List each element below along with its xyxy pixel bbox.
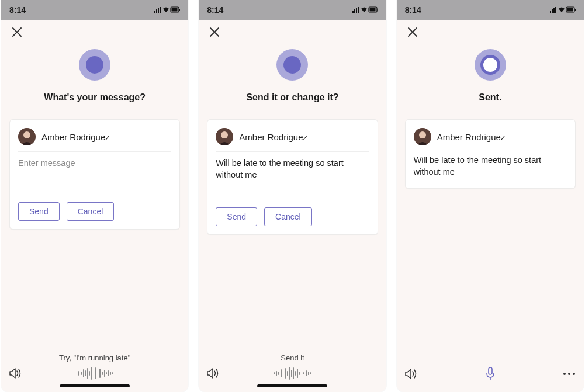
recipient-row: Amber Rodriguez [18, 128, 171, 152]
svg-point-17 [221, 131, 228, 138]
mic-icon [485, 367, 496, 381]
status-bar: 8:14 [199, 0, 386, 20]
recipient-name: Amber Rodriguez [437, 132, 506, 142]
svg-rect-5 [172, 8, 178, 12]
svg-rect-12 [358, 7, 359, 13]
avatar [414, 128, 431, 145]
message-body: Will be late to the meeting so start wit… [414, 149, 567, 178]
signal-wifi-battery-icon [352, 6, 378, 14]
voice-waveform[interactable] [25, 366, 165, 381]
svg-rect-10 [354, 9, 355, 13]
footer-row [9, 366, 180, 381]
signal-wifi-battery-icon [154, 6, 180, 14]
cortana-orb-area [199, 49, 386, 81]
close-button[interactable] [208, 26, 221, 39]
voice-waveform[interactable] [222, 366, 362, 381]
header [199, 20, 386, 46]
cortana-orb [79, 49, 110, 81]
message-card: Amber Rodriguez Enter message Send Cance… [9, 119, 180, 230]
svg-point-31 [573, 373, 575, 375]
home-indicator[interactable] [60, 384, 130, 387]
cortana-orb [276, 49, 308, 81]
status-time: 8:14 [207, 5, 223, 15]
status-icons [352, 6, 378, 14]
prompt-text: Send it or change it? [199, 92, 386, 103]
cortana-orb [475, 49, 506, 81]
status-time: 8:14 [9, 5, 26, 15]
more-icon [563, 372, 576, 376]
svg-rect-21 [555, 7, 556, 13]
phone-screen-3: 8:14 Sent. Amber Rodriguez Will be late … [397, 0, 584, 392]
svg-rect-23 [567, 8, 573, 12]
send-button[interactable]: Send [18, 202, 60, 221]
cortana-core-icon [283, 56, 301, 74]
avatar [18, 128, 36, 145]
footer: Send it [199, 348, 386, 392]
cortana-orb-area [1, 49, 188, 81]
message-card: Amber Rodriguez Will be late to the meet… [207, 119, 378, 235]
svg-rect-15 [377, 9, 378, 11]
signal-wifi-battery-icon [550, 6, 576, 14]
close-icon [209, 27, 220, 37]
phone-screen-1: 8:14 What's your message? Amber Rodrigue… [1, 0, 188, 392]
svg-rect-2 [158, 8, 159, 13]
mic-button[interactable] [420, 367, 560, 381]
svg-rect-0 [154, 11, 155, 13]
close-button[interactable] [11, 26, 23, 39]
prompt-text: Sent. [397, 92, 584, 103]
message-input[interactable]: Enter message [18, 152, 171, 175]
status-icons [550, 6, 576, 14]
svg-rect-9 [352, 11, 354, 13]
status-bar: 8:14 [397, 0, 584, 20]
prompt-text: What's your message? [1, 92, 188, 103]
close-button[interactable] [406, 26, 419, 39]
svg-rect-3 [160, 7, 161, 13]
status-icons [154, 6, 180, 14]
svg-rect-19 [552, 9, 553, 13]
cortana-core-icon [480, 55, 500, 75]
footer-row [207, 366, 378, 381]
avatar-icon [18, 128, 36, 145]
footer-hint: Send it [281, 353, 304, 362]
avatar-icon [414, 128, 431, 145]
phone-screen-2: 8:14 Send it or change it? Amber Rodrigu… [199, 0, 386, 392]
more-button[interactable] [560, 372, 576, 376]
svg-point-30 [568, 373, 570, 375]
close-icon [407, 27, 418, 37]
recipient-row: Amber Rodriguez [216, 128, 369, 152]
footer: Try, "I'm running late" [1, 348, 188, 392]
svg-rect-24 [574, 9, 576, 11]
header [397, 20, 584, 46]
message-card: Amber Rodriguez Will be late to the meet… [405, 119, 576, 189]
close-icon [12, 27, 22, 37]
cortana-core-icon [86, 56, 103, 74]
speaker-button[interactable] [405, 368, 420, 380]
speaker-icon [207, 367, 220, 379]
footer [397, 349, 584, 392]
svg-rect-1 [156, 9, 157, 13]
footer-hint: Try, "I'm running late" [59, 353, 130, 362]
cancel-button[interactable]: Cancel [264, 207, 312, 226]
footer-row [405, 367, 576, 381]
cortana-orb-area [397, 49, 584, 81]
button-row: Send Cancel [18, 202, 171, 221]
speaker-icon [405, 368, 418, 380]
svg-rect-6 [179, 9, 181, 11]
button-row: Send Cancel [216, 207, 369, 226]
header [1, 20, 188, 46]
svg-rect-14 [369, 8, 375, 12]
speaker-button[interactable] [9, 367, 25, 379]
svg-point-29 [563, 373, 566, 375]
svg-rect-27 [489, 367, 492, 374]
send-button[interactable]: Send [216, 207, 257, 226]
message-input[interactable]: Will be late to the meeting so start wit… [216, 152, 369, 181]
cancel-button[interactable]: Cancel [67, 202, 115, 221]
speaker-button[interactable] [207, 367, 222, 379]
status-time: 8:14 [405, 5, 421, 15]
recipient-name: Amber Rodriguez [239, 132, 307, 142]
speaker-icon [9, 367, 22, 379]
svg-point-26 [419, 131, 426, 138]
home-indicator[interactable] [257, 384, 327, 387]
avatar [216, 128, 233, 145]
svg-rect-11 [356, 8, 357, 13]
